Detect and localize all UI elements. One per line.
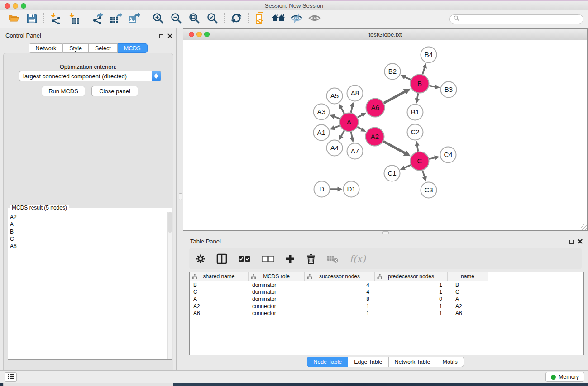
network-window-titlebar[interactable]: testGlobe.txt xyxy=(183,29,587,40)
graph-edge-A-A8[interactable] xyxy=(351,106,352,113)
criterion-dropdown[interactable]: largest connected component (directed) xyxy=(19,71,161,81)
export-table-button[interactable] xyxy=(107,12,125,26)
close-table-panel-icon[interactable] xyxy=(578,238,583,246)
graph-edge-C-C3[interactable] xyxy=(422,171,425,177)
table-row[interactable]: A2connector11A2 xyxy=(190,303,583,310)
tab-node-table[interactable]: Node Table xyxy=(307,357,348,367)
import-table-button[interactable] xyxy=(65,12,83,26)
graph-edge-C-C2[interactable] xyxy=(417,145,418,152)
add-column-button[interactable] xyxy=(285,252,295,266)
open-folder-icon xyxy=(7,12,20,26)
import-network-button[interactable] xyxy=(47,12,65,26)
horizontal-divider-grabber[interactable] xyxy=(382,231,389,234)
node-table[interactable]: shared nameMCDS rolesuccessor nodesprede… xyxy=(189,272,584,355)
tab-motifs[interactable]: Motifs xyxy=(436,357,464,367)
delete-table-button[interactable] xyxy=(327,252,339,266)
save-session-button[interactable] xyxy=(23,12,41,26)
graph-edge-C-C1[interactable] xyxy=(404,165,411,168)
tab-network[interactable]: Network xyxy=(29,43,63,53)
export-network-button[interactable] xyxy=(89,12,107,26)
network-canvas[interactable]: B4B2BB3A8A5A6A3B1AA1C2A2A4A7C4CC1C3DD1 xyxy=(183,41,587,230)
table-panel: Table Panel f(x) shared nameMCDS rol xyxy=(183,234,588,370)
open-session-button[interactable] xyxy=(5,12,23,26)
graph-node-label: A xyxy=(347,118,351,126)
graph-node-label: D1 xyxy=(347,185,355,193)
network-graph[interactable]: B4B2BB3A8A5A6A3B1AA1C2A2A4A7C4CC1C3DD1 xyxy=(183,41,587,231)
table-tabs: Node TableEdge TableNetwork TableMotifs xyxy=(183,357,588,367)
graph-edge-A-A4[interactable] xyxy=(341,131,344,137)
graph-edge-A-A5[interactable] xyxy=(341,108,344,114)
function-builder-button[interactable]: f(x) xyxy=(349,252,366,266)
tab-network-table[interactable]: Network Table xyxy=(389,357,437,367)
tab-select[interactable]: Select xyxy=(89,43,118,53)
run-mcds-button[interactable]: Run MCDS xyxy=(42,86,85,96)
graph-edge-A-A2[interactable] xyxy=(358,127,362,130)
table-cell: 4 xyxy=(305,289,375,295)
duplicate-network-button[interactable] xyxy=(251,12,269,26)
graph-edge-B-B3[interactable] xyxy=(429,86,435,87)
graph-edge-A-A1[interactable] xyxy=(334,126,340,128)
graph-node-label: C3 xyxy=(424,186,433,194)
refresh-button[interactable] xyxy=(227,12,245,26)
column-header[interactable]: shared name xyxy=(190,272,249,281)
dropdown-stepper-icon xyxy=(152,71,161,81)
table-options-button[interactable] xyxy=(196,252,206,266)
result-scrollbar[interactable] xyxy=(167,212,172,359)
zoom-in-button[interactable] xyxy=(149,12,167,26)
table-row[interactable]: Cdominator41C xyxy=(190,289,583,296)
houses-icon xyxy=(272,12,285,26)
graph-edge-A6-B[interactable] xyxy=(384,91,405,103)
graph-node-label: B2 xyxy=(388,67,397,75)
delete-column-button[interactable] xyxy=(306,252,316,266)
table-cell: 1 xyxy=(305,303,375,310)
graph-edge-C-C4[interactable] xyxy=(429,157,435,159)
float-panel-icon[interactable] xyxy=(159,34,163,38)
search-field[interactable] xyxy=(449,14,583,24)
close-panel-button[interactable]: Close panel xyxy=(91,86,138,96)
split-view-button[interactable] xyxy=(216,252,227,266)
zoom-selected-button[interactable] xyxy=(203,12,221,26)
zoom-fit-button[interactable] xyxy=(185,12,203,26)
table-row[interactable]: Bdominator41B xyxy=(190,281,583,289)
show-network-button[interactable] xyxy=(306,12,324,26)
graph-edge-A-A6[interactable] xyxy=(358,115,363,118)
memory-button[interactable]: Memory xyxy=(545,372,584,382)
graph-edge-B-B1[interactable] xyxy=(417,93,418,99)
task-history-button[interactable] xyxy=(5,372,17,382)
graph-edge-A-A7[interactable] xyxy=(351,132,352,138)
graph-edge-B-B4[interactable] xyxy=(422,67,425,74)
tab-mcds[interactable]: MCDS xyxy=(118,43,148,53)
graph-edge-A-A3[interactable] xyxy=(334,116,340,119)
table-cell: 8 xyxy=(305,296,375,302)
graph-edge-A2-C[interactable] xyxy=(383,141,405,153)
column-header[interactable]: predecessor nodes xyxy=(375,272,448,281)
tab-edge-table[interactable]: Edge Table xyxy=(348,357,388,367)
edge-arrowhead xyxy=(415,98,420,104)
hierarchy-icon xyxy=(307,274,312,281)
table-row[interactable]: A6connector11A6 xyxy=(190,310,583,317)
export-image-button[interactable] xyxy=(125,12,143,26)
table-cell: C xyxy=(190,289,249,295)
float-table-panel-icon[interactable] xyxy=(569,240,574,244)
save-floppy-icon xyxy=(26,13,38,26)
table-row[interactable]: Adominator80A xyxy=(190,295,583,303)
mcds-result-list: A2ABCA6 xyxy=(10,214,17,250)
tab-style[interactable]: Style xyxy=(63,43,89,53)
hierarchy-icon xyxy=(251,274,256,281)
graph-edge-B-B2[interactable] xyxy=(405,77,411,80)
zoom-out-button[interactable] xyxy=(167,12,185,26)
column-header[interactable]: MCDS role xyxy=(249,272,305,281)
close-panel-icon[interactable] xyxy=(167,32,172,40)
search-input[interactable] xyxy=(462,16,579,22)
deselect-all-button[interactable] xyxy=(262,252,274,266)
hide-network-button[interactable] xyxy=(287,12,306,26)
window-resize-grip[interactable] xyxy=(581,224,587,230)
column-header[interactable]: successor nodes xyxy=(305,272,375,281)
column-header[interactable]: name xyxy=(448,272,488,281)
table-cell: dominator xyxy=(249,282,305,288)
select-all-button[interactable] xyxy=(238,252,251,266)
control-panel: Control Panel NetworkStyleSelectMCDS Opt… xyxy=(0,28,177,370)
show-all-networks-button[interactable] xyxy=(269,12,287,26)
vertical-divider-grabber[interactable] xyxy=(179,193,182,200)
graph-node-label: A7 xyxy=(351,147,359,155)
